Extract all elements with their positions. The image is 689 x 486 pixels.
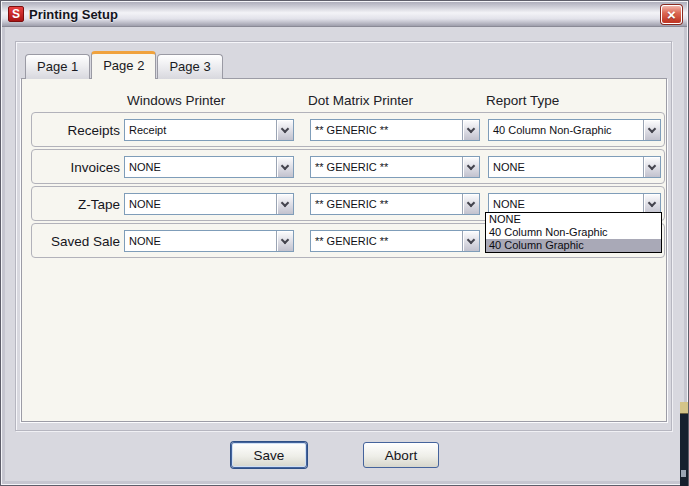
app-icon: S xyxy=(8,6,24,22)
dropdown-option-40-column-graphic[interactable]: 40 Column Graphic xyxy=(486,239,661,252)
saved-sale-dot-matrix-printer-select[interactable]: ** GENERIC ** xyxy=(310,230,480,252)
column-header-report-type: Report Type xyxy=(486,93,559,108)
combo-value: NONE xyxy=(125,198,276,210)
chevron-down-icon[interactable] xyxy=(276,120,293,140)
tab-strip: Page 1 Page 2 Page 3 xyxy=(25,51,224,79)
row-label-z-tape: Z-Tape xyxy=(32,197,120,212)
chevron-down-icon[interactable] xyxy=(276,194,293,214)
row-label-saved-sale: Saved Sale xyxy=(32,234,120,249)
column-header-dot-matrix-printer: Dot Matrix Printer xyxy=(308,93,413,108)
chevron-down-icon[interactable] xyxy=(276,231,293,251)
receipts-report-type-select[interactable]: 40 Column Non-Graphic xyxy=(488,119,661,141)
close-button[interactable]: × xyxy=(661,5,682,24)
printing-setup-dialog: S Printing Setup × Page 1 Page 2 Page 3 … xyxy=(0,0,689,486)
row-label-receipts: Receipts xyxy=(32,123,120,138)
chevron-down-icon[interactable] xyxy=(462,231,479,251)
combo-value: ** GENERIC ** xyxy=(311,235,462,247)
chevron-down-icon[interactable] xyxy=(462,157,479,177)
invoices-dot-matrix-printer-select[interactable]: ** GENERIC ** xyxy=(310,156,480,178)
saved-sale-windows-printer-select[interactable]: NONE xyxy=(124,230,294,252)
combo-value: NONE xyxy=(125,235,276,247)
tab-page-2[interactable]: Page 2 xyxy=(91,51,156,79)
window-title: Printing Setup xyxy=(29,7,118,22)
tab-page-1[interactable]: Page 1 xyxy=(25,54,90,79)
combo-value: ** GENERIC ** xyxy=(311,198,462,210)
save-button[interactable]: Save xyxy=(231,442,307,468)
receipts-windows-printer-select[interactable]: Receipt xyxy=(124,119,294,141)
combo-value: ** GENERIC ** xyxy=(311,124,462,136)
chevron-down-icon[interactable] xyxy=(643,157,660,177)
invoices-windows-printer-select[interactable]: NONE xyxy=(124,156,294,178)
combo-value: NONE xyxy=(489,161,643,173)
close-icon: × xyxy=(667,7,676,22)
chevron-down-icon[interactable] xyxy=(643,120,660,140)
row-receipts: Receipts Receipt ** GENERIC ** 40 Column… xyxy=(31,112,665,147)
abort-button[interactable]: Abort xyxy=(363,442,439,468)
dropdown-option-40-column-non-graphic[interactable]: 40 Column Non-Graphic xyxy=(486,226,661,239)
chevron-down-icon[interactable] xyxy=(643,194,660,214)
background-window-glyph xyxy=(681,470,686,477)
receipts-dot-matrix-printer-select[interactable]: ** GENERIC ** xyxy=(310,119,480,141)
combo-value: NONE xyxy=(125,161,276,173)
row-invoices: Invoices NONE ** GENERIC ** NONE xyxy=(31,149,665,184)
row-label-invoices: Invoices xyxy=(32,160,120,175)
combo-value: 40 Column Non-Graphic xyxy=(489,124,643,136)
z-tape-windows-printer-select[interactable]: NONE xyxy=(124,193,294,215)
tab-page-3[interactable]: Page 3 xyxy=(157,54,222,79)
background-window-titlebar xyxy=(680,402,688,414)
combo-value: Receipt xyxy=(125,124,276,136)
report-type-dropdown-list: NONE 40 Column Non-Graphic 40 Column Gra… xyxy=(485,212,662,253)
column-header-windows-printer: Windows Printer xyxy=(127,93,225,108)
chevron-down-icon[interactable] xyxy=(276,157,293,177)
combo-value: ** GENERIC ** xyxy=(311,161,462,173)
titlebar[interactable]: S Printing Setup × xyxy=(2,2,687,27)
tab-page-content: Windows Printer Dot Matrix Printer Repor… xyxy=(21,78,667,422)
background-window-sliver xyxy=(680,402,688,486)
chevron-down-icon[interactable] xyxy=(462,194,479,214)
chevron-down-icon[interactable] xyxy=(462,120,479,140)
z-tape-dot-matrix-printer-select[interactable]: ** GENERIC ** xyxy=(310,193,480,215)
dropdown-option-none[interactable]: NONE xyxy=(486,213,661,226)
combo-value: NONE xyxy=(489,198,643,210)
invoices-report-type-select[interactable]: NONE xyxy=(488,156,661,178)
